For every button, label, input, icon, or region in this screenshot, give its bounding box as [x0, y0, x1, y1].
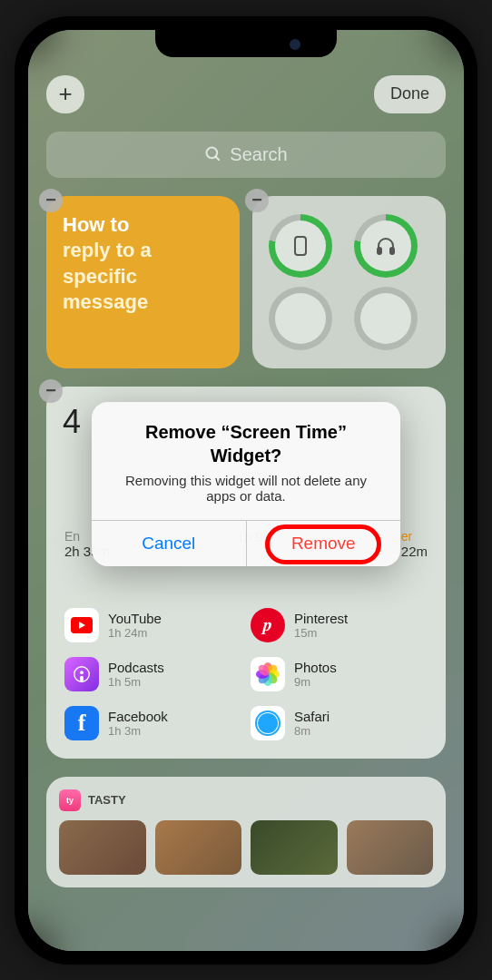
- app-duration: 8m: [294, 724, 330, 738]
- photos-icon: [251, 657, 285, 691]
- tasty-thumbnail: [347, 820, 434, 875]
- remove-widget-badge[interactable]: −: [245, 189, 269, 212]
- app-duration: 15m: [294, 626, 348, 640]
- remove-widget-badge[interactable]: −: [39, 189, 63, 212]
- widget-row: − How toreply to a specific message −: [46, 196, 446, 368]
- batteries-widget[interactable]: −: [252, 196, 446, 368]
- svg-point-0: [207, 148, 218, 159]
- remove-widget-alert: Remove “Screen Time” Widget? Removing th…: [92, 402, 400, 566]
- cat-value: 22m: [401, 544, 428, 559]
- facebook-icon: f: [64, 706, 99, 740]
- app-name: Podcasts: [108, 660, 164, 675]
- battery-ring-empty: [269, 287, 332, 350]
- battery-ring-phone: [269, 214, 332, 278]
- notes-line2: reply to a specific message: [63, 239, 152, 313]
- svg-rect-2: [295, 237, 306, 255]
- remove-button[interactable]: Remove: [247, 521, 401, 566]
- app-duration: 1h 24m: [108, 626, 162, 640]
- notes-widget[interactable]: − How toreply to a specific message: [46, 196, 240, 368]
- notes-line1: How to: [63, 213, 129, 236]
- tasty-label: TASTY: [88, 793, 126, 807]
- done-button[interactable]: Done: [374, 75, 446, 113]
- screen: + Done Search − How toreply to a specifi…: [28, 30, 464, 951]
- app-item-pinterest: 𝒑Pinterest15m: [251, 608, 428, 642]
- screentime-apps: YouTube1h 24m 𝒑Pinterest15m Podcasts1h 5…: [64, 608, 428, 740]
- svg-rect-4: [390, 248, 394, 254]
- search-bar[interactable]: Search: [46, 132, 446, 178]
- tasty-header: ty TASTY: [59, 789, 433, 811]
- cat-label: er: [401, 529, 428, 544]
- app-name: Safari: [294, 709, 330, 724]
- phone-frame: + Done Search − How toreply to a specifi…: [15, 16, 477, 965]
- app-name: Pinterest: [294, 611, 348, 626]
- add-widget-button[interactable]: +: [46, 75, 84, 113]
- headphones-icon: [375, 235, 397, 257]
- tasty-thumbnail: [251, 820, 338, 875]
- battery-ring-headphones: [354, 214, 418, 278]
- alert-message: Removing this widget will not delete any…: [110, 473, 382, 504]
- alert-title: Remove “Screen Time” Widget?: [110, 420, 382, 467]
- app-duration: 1h 5m: [108, 675, 164, 689]
- app-name: Facebook: [108, 709, 168, 724]
- search-placeholder: Search: [230, 144, 287, 165]
- pinterest-icon: 𝒑: [251, 608, 285, 642]
- top-bar: + Done: [46, 75, 446, 113]
- app-item-youtube: YouTube1h 24m: [64, 608, 241, 642]
- tasty-thumbnail: [155, 820, 242, 875]
- remove-button-label: Remove: [291, 534, 356, 553]
- youtube-icon: [64, 608, 99, 642]
- safari-icon: [251, 706, 285, 740]
- search-icon: [204, 145, 222, 163]
- app-item-podcasts: Podcasts1h 5m: [64, 657, 241, 691]
- app-name: Photos: [294, 660, 337, 675]
- tasty-images: [59, 820, 433, 875]
- svg-point-9: [258, 713, 278, 733]
- svg-line-1: [216, 157, 220, 161]
- app-name: YouTube: [108, 611, 162, 626]
- tasty-thumbnail: [59, 820, 146, 875]
- remove-widget-badge[interactable]: −: [39, 379, 63, 403]
- app-duration: 9m: [294, 675, 337, 689]
- notch: [155, 30, 337, 57]
- tasty-widget[interactable]: ty TASTY: [46, 777, 446, 887]
- app-duration: 1h 3m: [108, 724, 168, 738]
- phone-icon: [293, 235, 308, 257]
- cancel-button[interactable]: Cancel: [92, 521, 247, 566]
- battery-ring-empty: [354, 287, 418, 350]
- app-item-facebook: fFacebook1h 3m: [64, 706, 241, 740]
- app-item-photos: Photos9m: [251, 657, 428, 691]
- svg-point-5: [80, 671, 84, 674]
- tasty-icon: ty: [59, 789, 81, 811]
- app-item-safari: Safari8m: [251, 706, 428, 740]
- svg-rect-3: [378, 248, 381, 254]
- podcasts-icon: [64, 657, 99, 691]
